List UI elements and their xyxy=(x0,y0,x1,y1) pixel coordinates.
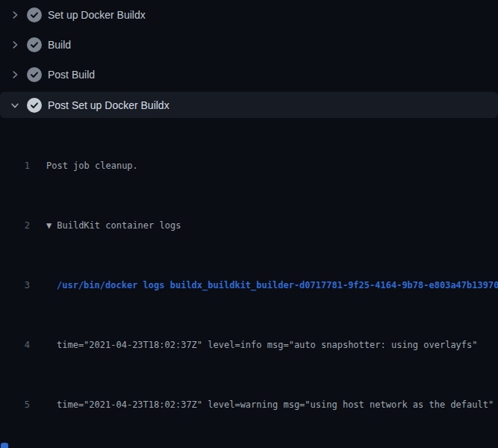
log-line-number[interactable]: 1 xyxy=(0,158,30,173)
log-line-number[interactable]: 4 xyxy=(0,337,30,352)
log-line: 2 ▼ BuildKit container logs xyxy=(0,218,498,233)
step-label: Post Set up Docker Buildx xyxy=(48,99,169,111)
chevron-right-icon xyxy=(9,69,21,81)
blue-corner-element xyxy=(1,443,8,448)
step-label: Build xyxy=(48,39,71,51)
step-row-build[interactable]: Build xyxy=(0,30,498,60)
check-circle-icon xyxy=(27,7,42,22)
log-line: 3 /usr/bin/docker logs buildx_buildkit_b… xyxy=(0,278,498,293)
log-line-text: Post job cleanup. xyxy=(46,158,138,173)
chevron-right-icon xyxy=(9,9,21,21)
chevron-down-icon xyxy=(9,99,21,111)
log-line: 4 time="2021-04-23T18:02:37Z" level=info… xyxy=(0,337,498,352)
actions-log-viewer: Set up Docker Buildx Build xyxy=(0,0,498,448)
step-row-post-set-up-docker-buildx[interactable]: Post Set up Docker Buildx xyxy=(0,92,498,118)
check-circle-icon xyxy=(27,98,42,113)
log-line: 1 Post job cleanup. xyxy=(0,158,498,173)
chevron-right-icon xyxy=(9,39,21,51)
log-line-text: /usr/bin/docker logs buildx_buildkit_bui… xyxy=(57,278,498,293)
log-line-text: time="2021-04-23T18:02:37Z" level=info m… xyxy=(57,337,478,352)
log-line-number[interactable]: 2 xyxy=(0,218,30,233)
step-label: Set up Docker Buildx xyxy=(48,9,146,21)
step-row-set-up-docker-buildx[interactable]: Set up Docker Buildx xyxy=(0,0,498,30)
log-line: 5 time="2021-04-23T18:02:37Z" level=warn… xyxy=(0,397,498,412)
log-line-number[interactable]: 3 xyxy=(0,278,30,293)
step-list: Set up Docker Buildx Build xyxy=(0,0,498,118)
step-label: Post Build xyxy=(48,69,95,81)
log-line-text: BuildKit container logs xyxy=(57,218,181,233)
log-output: 1 Post job cleanup. 2 ▼ BuildKit contain… xyxy=(0,118,498,448)
step-row-post-build[interactable]: Post Build xyxy=(0,60,498,90)
log-line-text: time="2021-04-23T18:02:37Z" level=warnin… xyxy=(57,397,494,412)
log-line-number[interactable]: 5 xyxy=(0,397,30,412)
group-toggle-icon[interactable]: ▼ xyxy=(46,218,52,233)
check-circle-icon xyxy=(27,67,42,82)
check-circle-icon xyxy=(27,37,42,52)
